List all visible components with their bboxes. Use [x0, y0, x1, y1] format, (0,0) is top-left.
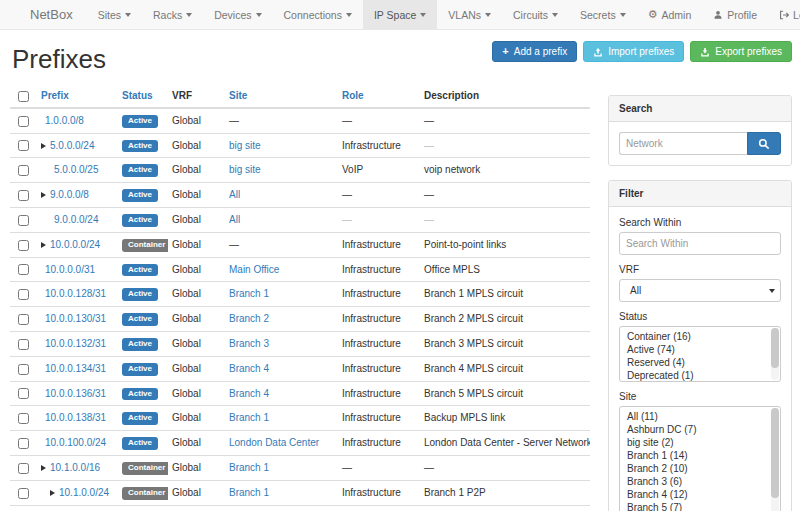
prefix-link[interactable]: 10.0.0.134/31 [45, 363, 106, 374]
option-branch-2-10[interactable]: Branch 2 (10) [620, 462, 780, 475]
site-link[interactable]: London Data Center [229, 437, 319, 448]
row-checkbox[interactable] [18, 314, 29, 325]
site-link[interactable]: Branch 1 [229, 487, 269, 498]
row-checkbox[interactable] [18, 140, 29, 151]
column-header-role[interactable]: Role [338, 85, 420, 108]
row-checkbox[interactable] [18, 488, 29, 499]
row-checkbox[interactable] [18, 388, 29, 399]
chevron-down-icon [256, 13, 262, 17]
site-link[interactable]: big site [229, 164, 261, 175]
row-checkbox-cell [10, 108, 37, 133]
prefix-link[interactable]: 1.0.0.0/8 [45, 115, 84, 126]
row-checkbox[interactable] [18, 240, 29, 251]
site-link[interactable]: Main Office [229, 264, 279, 275]
site-link[interactable]: Branch 1 [229, 288, 269, 299]
row-checkbox[interactable] [18, 165, 29, 176]
chevron-down-icon [552, 13, 558, 17]
vrf-select[interactable]: All [619, 279, 781, 302]
nav-item-profile[interactable]: Profile [702, 0, 768, 29]
site-link[interactable]: Branch 4 [229, 388, 269, 399]
export-prefixes-button[interactable]: Export prefixes [690, 41, 792, 62]
row-checkbox[interactable] [18, 289, 29, 300]
status-cell: Active [118, 505, 168, 511]
nav-item-connections[interactable]: Connections [273, 0, 363, 29]
nav-item-sites[interactable]: Sites [87, 0, 142, 29]
prefix-link[interactable]: 9.0.0.0/8 [50, 189, 89, 200]
nav-item-racks[interactable]: Racks [142, 0, 203, 29]
add-a-prefix-button[interactable]: +Add a prefix [492, 41, 577, 62]
site-link[interactable]: All [229, 189, 240, 200]
chevron-down-icon [485, 13, 491, 17]
status-cell: Active [118, 183, 168, 208]
nav-item-label: Profile [727, 9, 757, 21]
search-button[interactable] [747, 132, 781, 155]
row-checkbox[interactable] [18, 190, 29, 201]
option-branch-1-14[interactable]: Branch 1 (14) [620, 449, 780, 462]
prefix-link[interactable]: 10.0.0.0/31 [45, 264, 95, 275]
prefix-link[interactable]: 10.0.100.0/24 [45, 437, 106, 448]
select-all-checkbox[interactable] [18, 91, 29, 102]
prefix-link[interactable]: 5.0.0.0/25 [54, 164, 98, 175]
scrollbar-thumb[interactable] [771, 408, 779, 498]
nav-item-circuits[interactable]: Circuits [502, 0, 569, 29]
option-branch-3-6[interactable]: Branch 3 (6) [620, 475, 780, 488]
prefix-link[interactable]: 10.0.0.130/31 [45, 313, 106, 324]
button-label: Export prefixes [715, 46, 782, 57]
prefix-link[interactable]: 5.0.0.0/24 [50, 140, 94, 151]
description-cell: Office MPLS [420, 257, 590, 282]
site-link[interactable]: big site [229, 140, 261, 151]
site-link[interactable]: Branch 4 [229, 363, 269, 374]
site-cell: Branch 1 [225, 456, 338, 481]
row-checkbox[interactable] [18, 116, 29, 127]
row-checkbox[interactable] [18, 463, 29, 474]
prefix-link[interactable]: 10.0.0.0/24 [50, 239, 100, 250]
column-header-prefix[interactable]: Prefix [37, 85, 118, 108]
nav-item-devices[interactable]: Devices [203, 0, 272, 29]
nav-item-vlans[interactable]: VLANs [437, 0, 502, 29]
prefix-link[interactable]: 10.1.0.0/24 [59, 487, 109, 498]
prefix-link[interactable]: 9.0.0.0/24 [54, 214, 98, 225]
brand-logo[interactable]: NetBox [0, 0, 87, 29]
search-panel-title: Search [609, 96, 791, 122]
nav-item-admin[interactable]: ⚙Admin [637, 0, 703, 29]
option-active-74[interactable]: Active (74) [620, 343, 780, 356]
import-prefixes-button[interactable]: Import prefixes [583, 41, 684, 62]
prefix-cell: 10.0.0.138/31 [37, 406, 118, 431]
site-cell: Branch 4 [225, 381, 338, 406]
scrollbar-thumb[interactable] [771, 328, 779, 368]
row-checkbox-cell [10, 282, 37, 307]
row-checkbox[interactable] [18, 438, 29, 449]
prefix-link[interactable]: 10.0.0.128/31 [45, 288, 106, 299]
row-checkbox[interactable] [18, 339, 29, 350]
option-all-11[interactable]: All (11) [620, 410, 780, 423]
option-ashburn-dc-7[interactable]: Ashburn DC (7) [620, 423, 780, 436]
nav-item-log-out[interactable]: Log out [768, 0, 800, 29]
prefix-link[interactable]: 10.0.0.132/31 [45, 338, 106, 349]
navbar: NetBox SitesRacksDevicesConnectionsIP Sp… [0, 0, 800, 30]
option-deprecated-1[interactable]: Deprecated (1) [620, 369, 780, 382]
site-link[interactable]: Branch 1 [229, 462, 269, 473]
site-link[interactable]: All [229, 214, 240, 225]
site-link[interactable]: Branch 3 [229, 338, 269, 349]
search-input[interactable] [619, 132, 747, 155]
option-branch-5-7[interactable]: Branch 5 (7) [620, 501, 780, 511]
row-checkbox[interactable] [18, 264, 29, 275]
prefix-link[interactable]: 10.0.0.138/31 [45, 412, 106, 423]
prefix-link[interactable]: 10.0.0.136/31 [45, 388, 106, 399]
option-branch-4-12[interactable]: Branch 4 (12) [620, 488, 780, 501]
site-link[interactable]: Branch 1 [229, 412, 269, 423]
nav-item-secrets[interactable]: Secrets [569, 0, 637, 29]
search-within-input[interactable] [619, 232, 781, 255]
row-checkbox[interactable] [18, 413, 29, 424]
row-checkbox[interactable] [18, 364, 29, 375]
nav-item-ip-space[interactable]: IP Space [363, 0, 437, 29]
site-link[interactable]: Branch 2 [229, 313, 269, 324]
column-header-site[interactable]: Site [225, 85, 338, 108]
row-checkbox-cell [10, 307, 37, 332]
column-header-status[interactable]: Status [118, 85, 168, 108]
row-checkbox[interactable] [18, 215, 29, 226]
option-reserved-4[interactable]: Reserved (4) [620, 356, 780, 369]
option-big-site-2[interactable]: big site (2) [620, 436, 780, 449]
prefix-link[interactable]: 10.1.0.0/16 [50, 462, 100, 473]
option-container-16[interactable]: Container (16) [620, 330, 780, 343]
